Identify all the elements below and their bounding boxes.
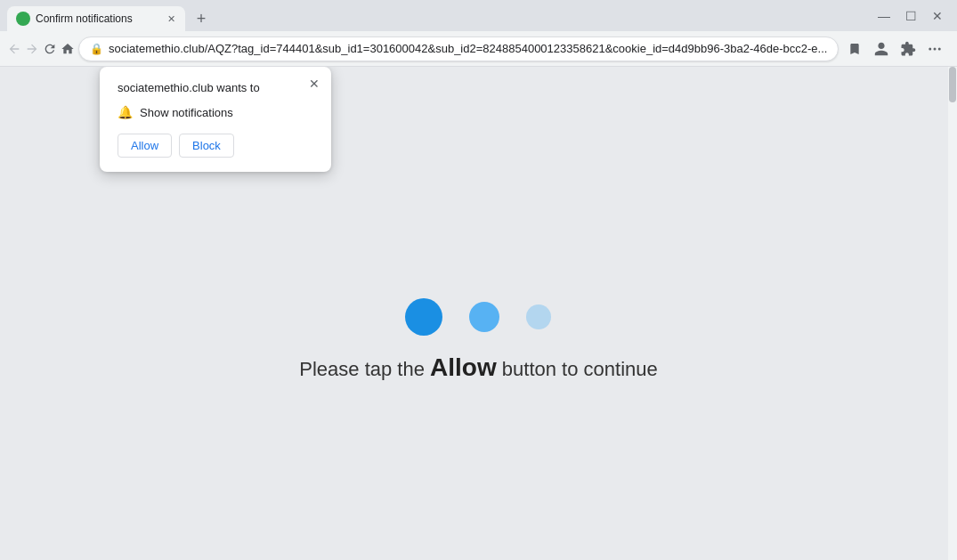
svg-point-2 — [938, 47, 941, 50]
popup-close-button[interactable]: ✕ — [304, 74, 324, 93]
message-suffix: button to continue — [497, 358, 658, 380]
svg-point-0 — [929, 47, 932, 50]
home-button[interactable] — [61, 37, 75, 61]
title-bar: Confirm notifications ✕ + — ☐ ✕ — [0, 0, 957, 31]
popup-title: sociatemethio.club wants to — [118, 81, 313, 94]
back-button[interactable] — [7, 37, 21, 61]
message-highlight: Allow — [430, 353, 497, 381]
maximize-button[interactable]: ☐ — [898, 4, 923, 28]
loading-dots — [405, 298, 551, 336]
new-tab-button[interactable]: + — [189, 6, 214, 31]
dot-2 — [469, 302, 499, 332]
reload-button[interactable] — [43, 37, 57, 61]
permission-label: Show notifications — [140, 106, 233, 119]
profile-button[interactable] — [869, 37, 894, 61]
address-text: sociatemethio.club/AQZ?tag_id=744401&sub… — [109, 42, 827, 55]
tab-strip: Confirm notifications ✕ + — [7, 0, 872, 31]
browser-window: Confirm notifications ✕ + — ☐ ✕ 🔒 sociat… — [0, 0, 957, 560]
g1-button[interactable] — [922, 37, 947, 61]
lock-icon: 🔒 — [90, 43, 103, 55]
page-body: Please tap the Allow button to continue — [299, 298, 657, 382]
page-message: Please tap the Allow button to continue — [299, 353, 657, 382]
bookmark-button[interactable] — [842, 37, 867, 61]
tab-close-button[interactable]: ✕ — [164, 12, 178, 26]
address-bar[interactable]: 🔒 sociatemethio.club/AQZ?tag_id=744401&s… — [78, 37, 839, 61]
close-button[interactable]: ✕ — [925, 4, 950, 28]
permission-row: 🔔 Show notifications — [118, 105, 313, 119]
allow-button[interactable]: Allow — [118, 134, 172, 158]
minimize-button[interactable]: — — [872, 4, 896, 28]
forward-button[interactable] — [25, 37, 39, 61]
toolbar-action-icons: ⋮ — [842, 37, 957, 61]
dot-1 — [405, 298, 442, 336]
more-button[interactable]: ⋮ — [949, 37, 957, 61]
svg-point-1 — [934, 47, 937, 50]
block-button[interactable]: Block — [179, 134, 234, 158]
extensions-button[interactable] — [896, 37, 921, 61]
tab-title: Confirm notifications — [36, 12, 158, 25]
window-controls: — ☐ ✕ — [872, 4, 957, 28]
page-content: ✕ sociatemethio.club wants to 🔔 Show not… — [0, 67, 957, 560]
tab-favicon — [16, 12, 30, 26]
popup-actions: Allow Block — [118, 134, 313, 158]
active-tab[interactable]: Confirm notifications ✕ — [7, 6, 185, 31]
scrollbar[interactable] — [948, 67, 957, 560]
scrollbar-thumb[interactable] — [949, 67, 956, 102]
message-prefix: Please tap the — [299, 358, 430, 380]
browser-toolbar: 🔒 sociatemethio.club/AQZ?tag_id=744401&s… — [0, 31, 957, 67]
bell-icon: 🔔 — [118, 105, 133, 119]
dot-3 — [526, 304, 551, 329]
notification-permission-popup: ✕ sociatemethio.club wants to 🔔 Show not… — [100, 67, 331, 172]
